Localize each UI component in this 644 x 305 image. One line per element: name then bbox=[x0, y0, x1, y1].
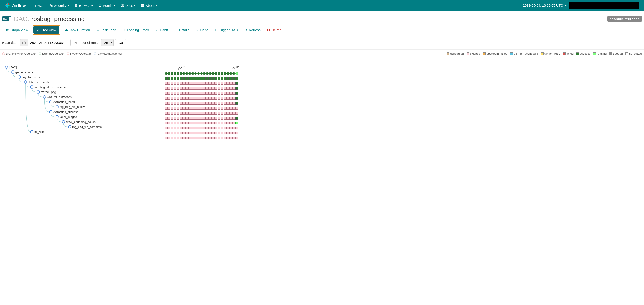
task-run-cell[interactable] bbox=[180, 117, 182, 120]
task-run-cell[interactable] bbox=[180, 102, 182, 105]
task-run-cell[interactable] bbox=[230, 82, 232, 85]
task-run-cell[interactable] bbox=[220, 132, 223, 134]
task-run-cell[interactable] bbox=[197, 127, 200, 129]
task-run-cell[interactable] bbox=[215, 112, 218, 115]
dag-run-cell[interactable] bbox=[200, 72, 203, 75]
task-run-cell[interactable] bbox=[186, 92, 188, 95]
task-run-cell[interactable] bbox=[200, 127, 203, 129]
task-run-cell[interactable] bbox=[220, 102, 223, 105]
task-run-cell[interactable] bbox=[215, 92, 218, 95]
task-run-cell[interactable] bbox=[230, 132, 232, 134]
task-run-cell[interactable] bbox=[226, 97, 229, 100]
tree-node[interactable]: tag_bag_file_failure bbox=[56, 104, 85, 109]
task-run-cell[interactable] bbox=[200, 77, 203, 80]
dag-toggle[interactable]: On bbox=[2, 17, 11, 22]
task-run-cell[interactable] bbox=[176, 107, 179, 110]
tab-duration[interactable]: Task Duration bbox=[62, 26, 93, 34]
task-run-cell[interactable] bbox=[218, 102, 220, 105]
task-run-cell[interactable] bbox=[188, 77, 191, 80]
dag-run-cell[interactable] bbox=[171, 72, 174, 75]
task-run-cell[interactable] bbox=[235, 97, 238, 100]
task-run-cell[interactable] bbox=[188, 87, 191, 90]
task-run-cell[interactable] bbox=[218, 107, 220, 110]
task-run-cell[interactable] bbox=[194, 92, 197, 95]
task-run-cell[interactable] bbox=[226, 132, 229, 134]
task-run-cell[interactable] bbox=[174, 102, 176, 105]
task-run-cell[interactable] bbox=[191, 132, 194, 134]
tab-refresh[interactable]: Refresh bbox=[241, 26, 264, 34]
task-run-cell[interactable] bbox=[168, 92, 170, 95]
task-run-cell[interactable] bbox=[174, 127, 176, 129]
task-run-cell[interactable] bbox=[209, 137, 212, 139]
task-run-cell[interactable] bbox=[206, 92, 209, 95]
task-run-cell[interactable] bbox=[176, 82, 179, 85]
tree-node[interactable]: bag_file_sensor bbox=[18, 75, 42, 80]
task-run-cell[interactable] bbox=[197, 77, 200, 80]
task-run-cell[interactable] bbox=[212, 97, 214, 100]
task-run-cell[interactable] bbox=[171, 87, 174, 90]
task-run-cell[interactable] bbox=[171, 82, 174, 85]
task-run-cell[interactable] bbox=[203, 107, 206, 110]
task-run-cell[interactable] bbox=[212, 87, 214, 90]
task-run-cell[interactable] bbox=[194, 87, 197, 90]
task-run-cell[interactable] bbox=[186, 117, 188, 120]
dag-run-cell[interactable] bbox=[194, 72, 197, 75]
task-run-cell[interactable] bbox=[230, 137, 232, 139]
task-run-cell[interactable] bbox=[188, 97, 191, 100]
task-run-cell[interactable] bbox=[165, 112, 168, 115]
dag-run-cell[interactable] bbox=[224, 72, 226, 75]
task-run-cell[interactable] bbox=[188, 127, 191, 129]
task-run-cell[interactable] bbox=[176, 102, 179, 105]
task-run-cell[interactable] bbox=[176, 122, 179, 125]
task-run-cell[interactable] bbox=[182, 112, 185, 115]
task-run-cell[interactable] bbox=[203, 102, 206, 105]
task-run-cell[interactable] bbox=[232, 92, 235, 95]
dag-run-cell[interactable] bbox=[203, 72, 206, 75]
task-run-cell[interactable] bbox=[168, 127, 170, 129]
dag-run-cell[interactable] bbox=[180, 72, 182, 75]
task-run-cell[interactable] bbox=[188, 102, 191, 105]
task-run-cell[interactable] bbox=[230, 107, 232, 110]
tree-node[interactable]: determine_work bbox=[24, 80, 49, 85]
tree-node[interactable]: extract_png bbox=[36, 90, 56, 94]
task-run-cell[interactable] bbox=[197, 132, 200, 134]
server-datetime[interactable]: 2021-05-09, 13:28:05 UTC ▾ bbox=[523, 4, 567, 8]
tree-node[interactable]: label_images bbox=[56, 114, 77, 119]
tree-node[interactable]: extraction_failed bbox=[49, 99, 75, 104]
task-run-cell[interactable] bbox=[182, 87, 185, 90]
task-run-cell[interactable] bbox=[165, 132, 168, 134]
task-run-cell[interactable] bbox=[176, 92, 179, 95]
tab-trigger[interactable]: Trigger DAG bbox=[211, 26, 241, 34]
dag-run-cell[interactable] bbox=[232, 72, 235, 75]
dag-run-cell[interactable] bbox=[191, 72, 194, 75]
task-run-cell[interactable] bbox=[224, 117, 226, 120]
task-run-cell[interactable] bbox=[197, 87, 200, 90]
nav-browse[interactable]: Browse▾ bbox=[72, 0, 96, 11]
task-run-cell[interactable] bbox=[215, 97, 218, 100]
task-run-cell[interactable] bbox=[230, 92, 232, 95]
task-run-cell[interactable] bbox=[171, 107, 174, 110]
task-run-cell[interactable] bbox=[212, 107, 214, 110]
task-run-cell[interactable] bbox=[206, 132, 209, 134]
task-run-cell[interactable] bbox=[232, 87, 235, 90]
task-run-cell[interactable] bbox=[188, 132, 191, 134]
task-run-cell[interactable] bbox=[200, 92, 203, 95]
task-run-cell[interactable] bbox=[232, 102, 235, 105]
task-run-cell[interactable] bbox=[180, 137, 182, 139]
task-run-cell[interactable] bbox=[218, 127, 220, 129]
task-run-cell[interactable] bbox=[165, 107, 168, 110]
task-run-cell[interactable] bbox=[235, 102, 238, 105]
task-run-cell[interactable] bbox=[194, 112, 197, 115]
task-run-cell[interactable] bbox=[220, 127, 223, 129]
task-run-cell[interactable] bbox=[224, 102, 226, 105]
task-run-cell[interactable] bbox=[197, 107, 200, 110]
task-run-cell[interactable] bbox=[191, 87, 194, 90]
task-run-cell[interactable] bbox=[186, 122, 188, 125]
task-run-cell[interactable] bbox=[230, 112, 232, 115]
task-run-cell[interactable] bbox=[206, 82, 209, 85]
task-run-cell[interactable] bbox=[224, 77, 226, 80]
task-run-cell[interactable] bbox=[182, 127, 185, 129]
task-run-cell[interactable] bbox=[212, 132, 214, 134]
task-run-cell[interactable] bbox=[212, 112, 214, 115]
task-run-cell[interactable] bbox=[206, 107, 209, 110]
